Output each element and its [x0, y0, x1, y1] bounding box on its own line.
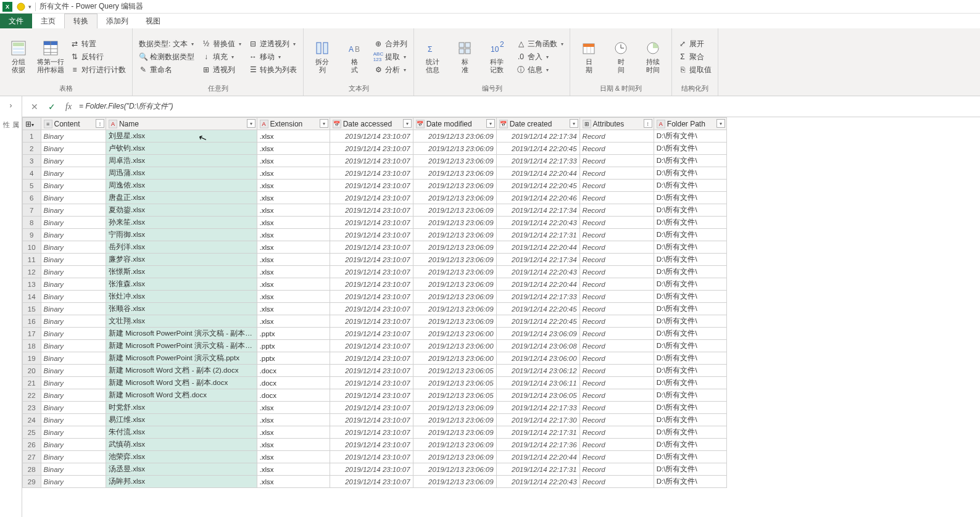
cell-accessed[interactable]: 2019/12/14 23:10:07 [330, 155, 413, 167]
cell-modified[interactable]: 2019/12/13 23:06:09 [413, 241, 496, 254]
cell-extension[interactable]: .docx [257, 389, 330, 402]
cell-content[interactable]: Binary [41, 476, 106, 488]
row-number[interactable]: 3 [23, 155, 41, 167]
cell-content[interactable]: Binary [41, 130, 106, 143]
row-number[interactable]: 28 [23, 463, 41, 476]
cell-name[interactable]: 唐盘正.xlsx [106, 192, 257, 204]
cell-name[interactable]: 廉梦容.xlsx [106, 254, 257, 266]
tab-file[interactable]: 文件 [0, 14, 32, 28]
cell-folderpath[interactable]: D:\所有文件\ [654, 414, 726, 426]
cell-accessed[interactable]: 2019/12/14 23:10:07 [330, 315, 413, 328]
cell-name[interactable]: 新建 Microsoft PowerPoint 演示文稿 - 副本.p… [106, 340, 257, 352]
cell-extension[interactable]: .xlsx [257, 451, 330, 463]
cell-attributes[interactable]: Record [579, 266, 654, 278]
cell-modified[interactable]: 2019/12/13 23:06:09 [413, 204, 496, 217]
cell-accessed[interactable]: 2019/12/14 23:10:07 [330, 143, 413, 155]
cell-name[interactable]: 文壮翔.xlsx [106, 315, 257, 328]
cell-accessed[interactable]: 2019/12/14 23:10:07 [330, 266, 413, 278]
cell-extension[interactable]: .xlsx [257, 303, 330, 315]
expand-attributes-icon[interactable]: ↕ [644, 119, 652, 128]
cell-accessed[interactable]: 2019/12/14 23:10:07 [330, 377, 413, 389]
cell-content[interactable]: Binary [41, 204, 106, 217]
table-row[interactable]: 14Binary张灶冲.xlsx.xlsx2019/12/14 23:10:07… [23, 291, 727, 303]
cell-content[interactable]: Binary [41, 328, 106, 340]
cell-extension[interactable]: .xlsx [257, 266, 330, 278]
filter-icon[interactable]: ▾ [486, 119, 495, 128]
row-number[interactable]: 8 [23, 217, 41, 229]
cell-name[interactable]: 汤丞昱.xlsx [106, 463, 257, 476]
cell-extension[interactable]: .docx [257, 377, 330, 389]
qat-dropdown-icon[interactable]: ▾ [28, 4, 31, 10]
cell-content[interactable]: Binary [41, 278, 106, 291]
cell-extension[interactable]: .xlsx [257, 463, 330, 476]
table-row[interactable]: 13Binary张淮森.xlsx.xlsx2019/12/14 23:10:07… [23, 278, 727, 291]
cell-created[interactable]: 2019/12/14 22:20:44 [496, 451, 579, 463]
cell-extension[interactable]: .xlsx [257, 291, 330, 303]
cell-extension[interactable]: .pptx [257, 352, 330, 365]
cell-folderpath[interactable]: D:\所有文件\ [654, 204, 726, 217]
row-number[interactable]: 12 [23, 266, 41, 278]
cell-accessed[interactable]: 2019/12/14 23:10:07 [330, 130, 413, 143]
cell-modified[interactable]: 2019/12/13 23:06:09 [413, 439, 496, 451]
cell-modified[interactable]: 2019/12/13 23:06:09 [413, 192, 496, 204]
cell-folderpath[interactable]: D:\所有文件\ [654, 328, 726, 340]
row-number[interactable]: 13 [23, 278, 41, 291]
duration-button[interactable]: 持续 时间 [638, 31, 668, 83]
cell-created[interactable]: 2019/12/14 22:17:30 [496, 414, 579, 426]
cell-attributes[interactable]: Record [579, 315, 654, 328]
cell-content[interactable]: Binary [41, 439, 106, 451]
col-accessed[interactable]: 📅Date accessed▾ [330, 118, 413, 130]
cell-created[interactable]: 2019/12/14 22:17:33 [496, 291, 579, 303]
cell-name[interactable]: 孙来笙.xlsx [106, 217, 257, 229]
cell-attributes[interactable]: Record [579, 167, 654, 180]
row-number[interactable]: 11 [23, 254, 41, 266]
cell-name[interactable]: 朱付流.xlsx [106, 426, 257, 439]
formula-accept-button[interactable]: ✓ [46, 102, 58, 112]
formula-cancel-button[interactable]: ✕ [28, 102, 41, 112]
cell-folderpath[interactable]: D:\所有文件\ [654, 476, 726, 488]
cell-extension[interactable]: .pptx [257, 340, 330, 352]
cell-attributes[interactable]: Record [579, 365, 654, 377]
cell-folderpath[interactable]: D:\所有文件\ [654, 451, 726, 463]
cell-folderpath[interactable]: D:\所有文件\ [654, 340, 726, 352]
cell-extension[interactable]: .xlsx [257, 278, 330, 291]
cell-modified[interactable]: 2019/12/13 23:06:09 [413, 217, 496, 229]
cell-folderpath[interactable]: D:\所有文件\ [654, 303, 726, 315]
cell-extension[interactable]: .pptx [257, 328, 330, 340]
cell-created[interactable]: 2019/12/14 22:17:34 [496, 130, 579, 143]
cell-created[interactable]: 2019/12/14 22:17:34 [496, 204, 579, 217]
cell-extension[interactable]: .xlsx [257, 167, 330, 180]
cell-modified[interactable]: 2019/12/13 23:06:09 [413, 463, 496, 476]
filter-icon[interactable]: ▾ [247, 119, 255, 128]
extract-values-button[interactable]: ⎘提取值 [676, 64, 714, 76]
table-row[interactable]: 10Binary岳列洋.xlsx.xlsx2019/12/14 23:10:07… [23, 241, 727, 254]
tab-home[interactable]: 主页 [32, 14, 64, 28]
cell-attributes[interactable]: Record [579, 352, 654, 365]
cell-attributes[interactable]: Record [579, 377, 654, 389]
cell-name[interactable]: 周逸侬.xlsx [106, 180, 257, 192]
cell-modified[interactable]: 2019/12/13 23:06:05 [413, 389, 496, 402]
cell-folderpath[interactable]: D:\所有文件\ [654, 167, 726, 180]
cell-attributes[interactable]: Record [579, 155, 654, 167]
cell-created[interactable]: 2019/12/14 22:20:43 [496, 217, 579, 229]
cell-folderpath[interactable]: D:\所有文件\ [654, 278, 726, 291]
firstrow-headers-button[interactable]: 将第一行 用作标题 [36, 31, 65, 83]
cell-content[interactable]: Binary [41, 266, 106, 278]
cell-extension[interactable]: .xlsx [257, 229, 330, 241]
cell-folderpath[interactable]: D:\所有文件\ [654, 143, 726, 155]
cell-extension[interactable]: .xlsx [257, 254, 330, 266]
cell-folderpath[interactable]: D:\所有文件\ [654, 352, 726, 365]
cell-name[interactable]: 宁雨御.xlsx [106, 229, 257, 241]
qat-save-icon[interactable] [16, 2, 26, 12]
row-number[interactable]: 29 [23, 476, 41, 488]
cell-created[interactable]: 2019/12/14 22:20:44 [496, 167, 579, 180]
move-button[interactable]: ↔移动▾ [246, 51, 299, 63]
cell-extension[interactable]: .xlsx [257, 192, 330, 204]
row-number[interactable]: 22 [23, 389, 41, 402]
row-number[interactable]: 19 [23, 352, 41, 365]
cell-name[interactable]: 张憬斯.xlsx [106, 266, 257, 278]
table-row[interactable]: 19Binary新建 Microsoft PowerPoint 演示文稿.ppt… [23, 352, 727, 365]
cell-content[interactable]: Binary [41, 414, 106, 426]
cell-created[interactable]: 2019/12/14 22:17:33 [496, 402, 579, 414]
cell-name[interactable]: 新建 Microsoft PowerPoint 演示文稿.pptx [106, 352, 257, 365]
